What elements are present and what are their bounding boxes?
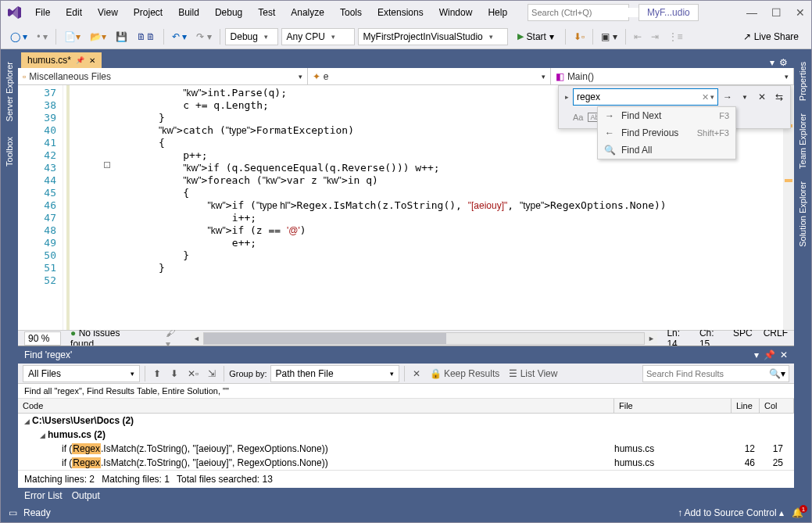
menu-build[interactable]: Build: [172, 4, 206, 21]
nav-back-button[interactable]: ◯ ▾: [7, 30, 30, 44]
tab-humus[interactable]: humus.cs* 📌 ✕: [21, 52, 102, 68]
menu-test[interactable]: Test: [252, 4, 281, 21]
result-row[interactable]: if (Regex.IsMatch(z.ToString(), "[aeiouy…: [18, 456, 794, 470]
indent-in-button[interactable]: ⇥: [648, 30, 662, 44]
fr-prev-button[interactable]: ⬆: [150, 367, 164, 381]
fr-filter-combo[interactable]: All Files: [23, 365, 140, 382]
hscroll-thumb[interactable]: [204, 333, 446, 344]
menu-edit[interactable]: Edit: [59, 4, 88, 21]
result-row[interactable]: if (Regex.IsMatch(z.ToString(), "[aeiouy…: [18, 442, 794, 456]
tree-folder[interactable]: ◢C:\Users\User\Docs (2): [18, 414, 794, 428]
editor[interactable]: 37383940414243444546474849505152 - "kw">…: [18, 85, 794, 330]
find-dropdown-icon[interactable]: ▼: [737, 89, 753, 105]
col-line[interactable]: Line: [732, 399, 760, 413]
quick-search[interactable]: 🔍: [528, 4, 629, 21]
source-control-button[interactable]: ↑ Add to Source Control ▴: [678, 507, 784, 518]
menu-debug[interactable]: Debug: [209, 4, 249, 21]
match-case-button[interactable]: Aa: [573, 113, 583, 122]
redo-button[interactable]: ↷ ▾: [193, 30, 214, 44]
fr-search-input[interactable]: [646, 369, 769, 378]
menu-help[interactable]: Help: [481, 4, 513, 21]
fr-pin-icon[interactable]: 📌: [764, 349, 775, 360]
rail-server-explorer[interactable]: Server Explorer: [3, 56, 16, 127]
fr-menu-icon[interactable]: ▾: [754, 349, 759, 360]
tab-gear-icon[interactable]: ⚙: [779, 57, 788, 68]
platform-combo[interactable]: Any CPU: [281, 28, 355, 45]
find-input[interactable]: ✕ ▾: [573, 88, 718, 106]
find-menu-find-all[interactable]: 🔍Find All: [598, 141, 735, 159]
notifications-button[interactable]: 🔔1: [792, 507, 803, 518]
tab-close-icon[interactable]: ✕: [89, 56, 95, 65]
btab-error-list[interactable]: Error List: [24, 490, 63, 501]
fr-clear-button[interactable]: ✕▫: [184, 367, 202, 381]
fr-keep-button[interactable]: 🔒 Keep Results: [427, 367, 503, 381]
indent-out-button[interactable]: ⇤: [631, 30, 645, 44]
menu-file[interactable]: File: [29, 4, 56, 21]
find-history-icon[interactable]: ▾: [710, 93, 714, 101]
nav-type[interactable]: ✦e: [308, 68, 551, 84]
menu-tools[interactable]: Tools: [334, 4, 368, 21]
save-all-button[interactable]: 🗎🗎: [134, 30, 159, 44]
menu-project[interactable]: Project: [127, 4, 169, 21]
undo-button[interactable]: ↶ ▾: [169, 30, 190, 44]
document-tabs: humus.cs* 📌 ✕ ▾ ⚙: [18, 49, 794, 68]
hscroll[interactable]: ◄ ►: [191, 332, 658, 345]
quick-search-input[interactable]: [531, 8, 639, 17]
rail-solution-explorer[interactable]: Solution Explorer: [796, 175, 809, 253]
close-icon[interactable]: ✕: [796, 6, 805, 19]
find-clear-icon[interactable]: ✕: [702, 92, 709, 102]
col-code[interactable]: Code: [18, 399, 614, 413]
play-icon: ▶: [517, 31, 524, 41]
startup-combo[interactable]: MyFirstProjectInVisualStudio: [358, 28, 508, 45]
nav-scope[interactable]: ▫Miscellaneous Files: [18, 68, 308, 84]
fr-group-combo[interactable]: Path then File: [270, 365, 399, 382]
rail-team-explorer[interactable]: Team Explorer: [796, 107, 809, 175]
step-button[interactable]: ⬇▫: [571, 30, 588, 44]
main-menu: FileEditViewProjectBuildDebugTestAnalyze…: [29, 4, 513, 21]
new-button[interactable]: 📄▾: [61, 30, 84, 44]
scroll-left-icon[interactable]: ◄: [191, 335, 203, 342]
minimize-icon[interactable]: ―: [746, 6, 757, 19]
col-col[interactable]: Col: [760, 399, 794, 413]
fr-next-button[interactable]: ⬇: [167, 367, 181, 381]
zoom-combo[interactable]: 90 %: [24, 331, 61, 346]
col-file[interactable]: File: [614, 399, 732, 413]
save-button[interactable]: 💾: [113, 30, 131, 44]
outline-toggle[interactable]: -: [104, 162, 110, 168]
fr-close-icon[interactable]: ✕: [780, 349, 788, 360]
open-button[interactable]: 📂▾: [87, 30, 109, 44]
fr-delete-button[interactable]: ✕: [410, 367, 424, 381]
find-next-button[interactable]: → →Find NextF3←Find PreviousShift+F3🔍Fin…: [720, 89, 735, 105]
menu-extensions[interactable]: Extensions: [371, 4, 430, 21]
menu-view[interactable]: View: [91, 4, 124, 21]
menu-analyze[interactable]: Analyze: [284, 4, 331, 21]
config-combo[interactable]: Debug: [225, 28, 278, 45]
start-button[interactable]: ▶Start ▾: [511, 30, 560, 44]
find-expand-icon[interactable]: ▸: [562, 93, 571, 101]
fr-collapse-button[interactable]: ⇲: [205, 367, 219, 381]
maximize-icon[interactable]: ☐: [771, 6, 782, 19]
fr-search[interactable]: 🔍▾: [642, 365, 789, 382]
status-ready: Ready: [23, 507, 51, 518]
comment-button[interactable]: ⋮≡: [665, 30, 686, 44]
nav-member[interactable]: ◧Main(): [551, 68, 794, 84]
rail-toolbox[interactable]: Toolbox: [3, 131, 16, 173]
find-text-input[interactable]: [577, 91, 699, 102]
browser-button[interactable]: ▣ ▾: [598, 30, 620, 44]
find-split-icon[interactable]: ⇆: [771, 89, 787, 105]
rail-properties[interactable]: Properties: [796, 56, 809, 107]
pin-icon[interactable]: 📌: [76, 56, 84, 64]
find-menu-find-next[interactable]: →Find NextF3: [598, 107, 735, 124]
find-menu-find-previous[interactable]: ←Find PreviousShift+F3: [598, 124, 735, 141]
menu-window[interactable]: Window: [433, 4, 479, 21]
nav-fwd-button[interactable]: • ▾: [34, 30, 51, 44]
tree-file[interactable]: ◢humus.cs (2): [18, 428, 794, 442]
find-close-icon[interactable]: ✕: [754, 89, 770, 105]
tab-dropdown-icon[interactable]: ▾: [770, 57, 774, 68]
live-share-button[interactable]: ↗Live Share: [737, 30, 805, 44]
solution-name[interactable]: MyF...udio: [639, 4, 699, 21]
fr-list-button[interactable]: ☰ List View: [506, 367, 560, 381]
btab-output[interactable]: Output: [72, 490, 100, 501]
fr-toolbar: All Files ⬆ ⬇ ✕▫ ⇲ Group by: Path then F…: [18, 364, 794, 384]
scroll-right-icon[interactable]: ►: [645, 335, 657, 342]
